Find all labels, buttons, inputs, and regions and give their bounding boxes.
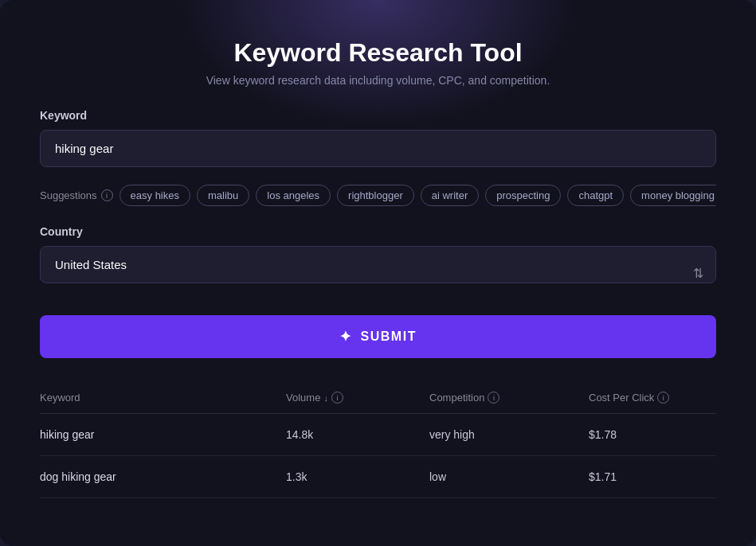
keyword-section: Keyword [40,109,716,178]
cell-competition-1: low [429,456,589,498]
results-table: Keyword Volume ↓ i Competition i [40,382,716,498]
sparkle-icon: ✦ [339,328,353,345]
header-section: Keyword Research Tool View keyword resea… [40,0,716,109]
table-row: hiking gear 14.8k very high $1.78 [40,414,716,456]
suggestion-chip-7[interactable]: money blogging [630,185,716,206]
suggestion-chip-5[interactable]: prospecting [485,185,561,206]
col-header-keyword: Keyword [40,382,286,414]
suggestions-info-icon[interactable]: i [101,189,113,201]
submit-button[interactable]: ✦ SUBMIT [40,315,716,358]
suggestion-chip-0[interactable]: easy hikes [119,185,190,206]
suggestion-chip-2[interactable]: los angeles [256,185,331,206]
cell-keyword-0: hiking gear [40,414,286,456]
country-section: Country United States United Kingdom Can… [40,225,716,299]
suggestion-chip-4[interactable]: ai writer [421,185,480,206]
cpc-info-icon[interactable]: i [657,392,669,404]
cell-volume-0: 14.8k [286,414,429,456]
cell-volume-1: 1.3k [286,456,429,498]
suggestion-chip-1[interactable]: malibu [197,185,249,206]
app-container: Keyword Research Tool View keyword resea… [0,0,756,546]
suggestions-row: Suggestions i easy hikes malibu los ange… [40,185,716,206]
page-subtitle: View keyword research data including vol… [40,74,716,87]
cell-keyword-1: dog hiking gear [40,456,286,498]
col-header-competition: Competition i [429,382,589,414]
country-label: Country [40,225,716,238]
table-header: Keyword Volume ↓ i Competition i [40,382,716,414]
table-body: hiking gear 14.8k very high $1.78 dog hi… [40,414,716,498]
table-header-row: Keyword Volume ↓ i Competition i [40,382,716,414]
competition-info-icon[interactable]: i [488,392,499,404]
volume-info-icon[interactable]: i [331,392,343,404]
col-header-cpc: Cost Per Click i [589,382,716,414]
submit-label: SUBMIT [361,330,417,344]
keyword-input[interactable] [40,130,716,167]
suggestion-chip-6[interactable]: chatgpt [567,185,624,206]
suggestion-chip-3[interactable]: rightblogger [337,185,414,206]
keyword-label: Keyword [40,109,716,122]
cell-cpc-1: $1.71 [589,456,716,498]
page-title: Keyword Research Tool [40,38,716,68]
col-header-volume: Volume ↓ i [286,382,429,414]
suggestions-label: Suggestions i [40,189,113,201]
cell-cpc-0: $1.78 [589,414,716,456]
country-select-wrapper: United States United Kingdom Canada Aust… [40,246,716,299]
sort-icon: ↓ [323,393,328,403]
country-select[interactable]: United States United Kingdom Canada Aust… [40,246,716,283]
cell-competition-0: very high [429,414,589,456]
table-row: dog hiking gear 1.3k low $1.71 [40,456,716,498]
